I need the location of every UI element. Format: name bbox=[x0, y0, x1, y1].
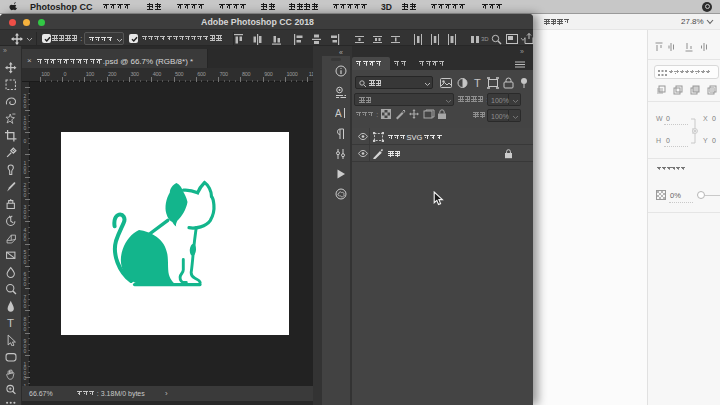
svg-text:T: T bbox=[7, 317, 14, 329]
svg-text:T: T bbox=[474, 77, 481, 89]
svg-text:A: A bbox=[335, 108, 342, 119]
